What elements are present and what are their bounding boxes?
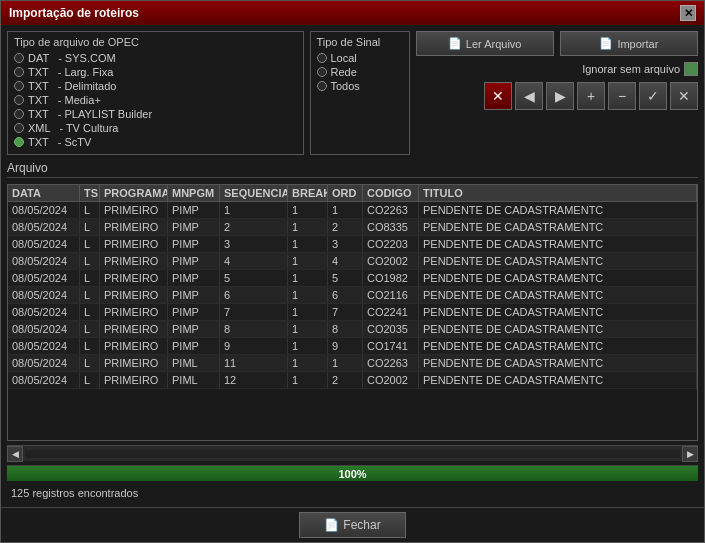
- table-row[interactable]: 08/05/2024LPRIMEIROPIMP414CO2002PENDENTE…: [8, 253, 697, 270]
- radio-circle-dat: [14, 53, 24, 63]
- radio-txt4[interactable]: TXT - PLAYLIST Builder: [14, 108, 297, 120]
- radio-txt3[interactable]: TXT - Media+: [14, 94, 297, 106]
- radio-label-txt5: TXT - ScTV: [28, 136, 91, 148]
- table-cell: CO2203: [363, 236, 419, 252]
- scroll-left-button[interactable]: ◀: [7, 446, 23, 462]
- col-header-programa: PROGRAMA: [100, 185, 168, 201]
- table-cell: PRIMEIRO: [100, 270, 168, 286]
- table-cell: 1: [288, 355, 328, 371]
- table-row[interactable]: 08/05/2024LPRIMEIROPIMP111CO2263PENDENTE…: [8, 202, 697, 219]
- table-cell: PRIMEIRO: [100, 202, 168, 218]
- toolbar-cancel-button[interactable]: ✕: [484, 82, 512, 110]
- table-cell: PENDENTE DE CADASTRAMENTC: [419, 372, 697, 388]
- status-text: 125 registros encontrados: [7, 485, 698, 501]
- radio-local[interactable]: Local: [317, 52, 403, 64]
- table-header: DATA TS PROGRAMA MNPGM SEQUENCIA BREAK O…: [8, 185, 697, 202]
- title-bar: Importação de roteiros ✕: [1, 1, 704, 25]
- col-header-data: DATA: [8, 185, 80, 201]
- table-cell: CO2263: [363, 202, 419, 218]
- window-close-button[interactable]: ✕: [680, 5, 696, 21]
- table-cell: 4: [220, 253, 288, 269]
- table-row[interactable]: 08/05/2024LPRIMEIROPIMP717CO2241PENDENTE…: [8, 304, 697, 321]
- toolbar-confirm-button[interactable]: ✓: [639, 82, 667, 110]
- table-cell: PIMP: [168, 202, 220, 218]
- ler-arquivo-button[interactable]: 📄 Ler Arquivo: [416, 31, 554, 56]
- table-cell: 08/05/2024: [8, 304, 80, 320]
- ignorar-checkbox[interactable]: [684, 62, 698, 76]
- fechar-label: Fechar: [343, 518, 380, 532]
- table-cell: 9: [220, 338, 288, 354]
- radio-circle-txt1: [14, 67, 24, 77]
- table-cell: L: [80, 253, 100, 269]
- radio-circle-xml: [14, 123, 24, 133]
- arquivo-label: Arquivo: [7, 159, 698, 178]
- table-cell: 1: [288, 270, 328, 286]
- table-cell: L: [80, 270, 100, 286]
- table-row[interactable]: 08/05/2024LPRIMEIROPIML1111CO2263PENDENT…: [8, 355, 697, 372]
- radio-dat[interactable]: DAT - SYS.COM: [14, 52, 297, 64]
- radio-label-txt3: TXT - Media+: [28, 94, 101, 106]
- table-cell: L: [80, 355, 100, 371]
- table-cell: PRIMEIRO: [100, 321, 168, 337]
- table-cell: 3: [328, 236, 363, 252]
- table-cell: CO1741: [363, 338, 419, 354]
- toolbar-close-button[interactable]: ✕: [670, 82, 698, 110]
- table-row[interactable]: 08/05/2024LPRIMEIROPIMP515CO1982PENDENTE…: [8, 270, 697, 287]
- table-row[interactable]: 08/05/2024LPRIMEIROPIMP616CO2116PENDENTE…: [8, 287, 697, 304]
- actions-box: 📄 Ler Arquivo 📄 Importar Ignorar sem arq…: [416, 31, 699, 155]
- toolbar-next-button[interactable]: ▶: [546, 82, 574, 110]
- table-cell: PIMP: [168, 338, 220, 354]
- radio-txt5[interactable]: TXT - ScTV: [14, 136, 297, 148]
- table-cell: 08/05/2024: [8, 253, 80, 269]
- table-cell: 1: [288, 372, 328, 388]
- table-cell: 5: [220, 270, 288, 286]
- toolbar-prev-button[interactable]: ◀: [515, 82, 543, 110]
- table-row[interactable]: 08/05/2024LPRIMEIROPIMP919CO1741PENDENTE…: [8, 338, 697, 355]
- table-cell: 1: [288, 202, 328, 218]
- radio-rede[interactable]: Rede: [317, 66, 403, 78]
- signal-type-label: Tipo de Sinal: [317, 36, 403, 48]
- file-type-box: Tipo de arquivo de OPEC DAT - SYS.COM TX…: [7, 31, 304, 155]
- table-cell: 9: [328, 338, 363, 354]
- toolbar-remove-button[interactable]: −: [608, 82, 636, 110]
- radio-xml[interactable]: XML - TV Cultura: [14, 122, 297, 134]
- table-cell: 1: [288, 338, 328, 354]
- table-cell: PENDENTE DE CADASTRAMENTC: [419, 321, 697, 337]
- table-cell: PENDENTE DE CADASTRAMENTC: [419, 270, 697, 286]
- table-cell: CO1982: [363, 270, 419, 286]
- horizontal-scrollbar[interactable]: ◀ ▶: [7, 445, 698, 461]
- importar-button[interactable]: 📄 Importar: [560, 31, 698, 56]
- table-cell: PRIMEIRO: [100, 287, 168, 303]
- table-cell: 12: [220, 372, 288, 388]
- col-header-ts: TS: [80, 185, 100, 201]
- col-header-ord: ORD: [328, 185, 363, 201]
- radio-circle-txt2: [14, 81, 24, 91]
- table-cell: 08/05/2024: [8, 372, 80, 388]
- table-cell: CO2263: [363, 355, 419, 371]
- col-header-codigo: CODIGO: [363, 185, 419, 201]
- table-row[interactable]: 08/05/2024LPRIMEIROPIMP212CO8335PENDENTE…: [8, 219, 697, 236]
- table-row[interactable]: 08/05/2024LPRIMEIROPIML1212CO2002PENDENT…: [8, 372, 697, 389]
- table-cell: PENDENTE DE CADASTRAMENTC: [419, 338, 697, 354]
- table-cell: 8: [220, 321, 288, 337]
- table-cell: CO2002: [363, 253, 419, 269]
- fechar-button[interactable]: 📄 Fechar: [299, 512, 405, 538]
- table-cell: L: [80, 338, 100, 354]
- table-cell: PENDENTE DE CADASTRAMENTC: [419, 236, 697, 252]
- col-header-titulo: TITULO: [419, 185, 697, 201]
- radio-todos[interactable]: Todos: [317, 80, 403, 92]
- table-row[interactable]: 08/05/2024LPRIMEIROPIMP818CO2035PENDENTE…: [8, 321, 697, 338]
- window-title: Importação de roteiros: [9, 6, 139, 20]
- progress-bar: 100%: [7, 465, 698, 481]
- table-cell: L: [80, 287, 100, 303]
- table-row[interactable]: 08/05/2024LPRIMEIROPIMP313CO2203PENDENTE…: [8, 236, 697, 253]
- toolbar-add-button[interactable]: +: [577, 82, 605, 110]
- scroll-right-button[interactable]: ▶: [682, 446, 698, 462]
- table-cell: 08/05/2024: [8, 236, 80, 252]
- radio-txt1[interactable]: TXT - Larg. Fixa: [14, 66, 297, 78]
- ler-icon: 📄: [448, 37, 462, 50]
- progress-label: 100%: [7, 466, 698, 481]
- table-cell: 1: [288, 253, 328, 269]
- radio-label-dat: DAT - SYS.COM: [28, 52, 116, 64]
- radio-txt2[interactable]: TXT - Delimitado: [14, 80, 297, 92]
